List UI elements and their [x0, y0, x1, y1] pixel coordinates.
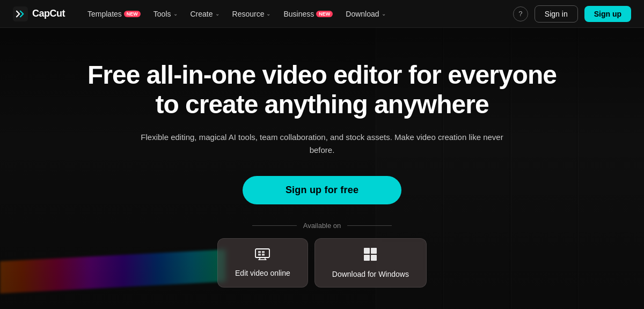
nav-item-business[interactable]: Business New — [278, 6, 338, 21]
hero-cta-button[interactable]: Sign up for free — [243, 176, 401, 204]
nav-item-resource[interactable]: Resource ⌄ — [227, 6, 276, 21]
resource-chevron-icon: ⌄ — [266, 11, 270, 17]
svg-rect-12 — [371, 255, 377, 261]
download-chevron-icon: ⌄ — [382, 11, 386, 17]
logo[interactable]: CapCut — [13, 6, 65, 21]
hero-section: Free all-in-one video editor for everyon… — [0, 28, 644, 309]
logo-text: CapCut — [32, 8, 65, 19]
windows-svg — [363, 247, 377, 261]
business-new-badge: New — [316, 11, 333, 17]
help-button[interactable]: ? — [513, 6, 528, 21]
navbar: CapCut Templates New Tools ⌄ Create ⌄ Re… — [0, 0, 644, 28]
svg-rect-0 — [13, 6, 28, 21]
nav-menu: Templates New Tools ⌄ Create ⌄ Resource … — [82, 6, 513, 21]
hero-subtitle: Flexible editing, magical AI tools, team… — [140, 131, 504, 157]
download-windows-label: Download for Windows — [332, 270, 409, 278]
monitor-svg — [255, 248, 270, 260]
download-windows-button[interactable]: Download for Windows — [314, 238, 427, 288]
logo-icon — [13, 6, 28, 21]
svg-rect-5 — [258, 251, 261, 253]
signup-button[interactable]: Sign up — [584, 6, 631, 22]
nav-item-create[interactable]: Create ⌄ — [185, 6, 225, 21]
svg-rect-11 — [364, 255, 370, 261]
edit-online-button[interactable]: Edit video online — [217, 238, 308, 288]
nav-item-tools[interactable]: Tools ⌄ — [148, 6, 183, 21]
platform-buttons: Edit video online Download for Windows — [217, 238, 427, 288]
edit-online-label: Edit video online — [235, 269, 290, 277]
svg-rect-8 — [262, 254, 265, 256]
available-on-label: Available on — [252, 222, 392, 230]
templates-new-badge: New — [124, 11, 141, 17]
hero-content: Free all-in-one video editor for everyon… — [0, 60, 644, 288]
hero-title: Free all-in-one video editor for everyon… — [86, 60, 558, 119]
svg-rect-6 — [262, 251, 265, 253]
signin-button[interactable]: Sign in — [535, 5, 578, 23]
svg-rect-1 — [255, 249, 269, 258]
svg-rect-10 — [371, 248, 377, 254]
nav-item-templates[interactable]: Templates New — [82, 6, 146, 21]
windows-icon — [363, 247, 377, 264]
svg-rect-9 — [364, 248, 370, 254]
monitor-icon — [255, 248, 270, 263]
nav-right: ? Sign in Sign up — [513, 5, 631, 23]
svg-rect-7 — [258, 254, 261, 256]
create-chevron-icon: ⌄ — [215, 11, 219, 17]
nav-item-download[interactable]: Download ⌄ — [340, 6, 391, 21]
tools-chevron-icon: ⌄ — [173, 11, 178, 17]
available-on-section: Available on — [11, 222, 633, 288]
